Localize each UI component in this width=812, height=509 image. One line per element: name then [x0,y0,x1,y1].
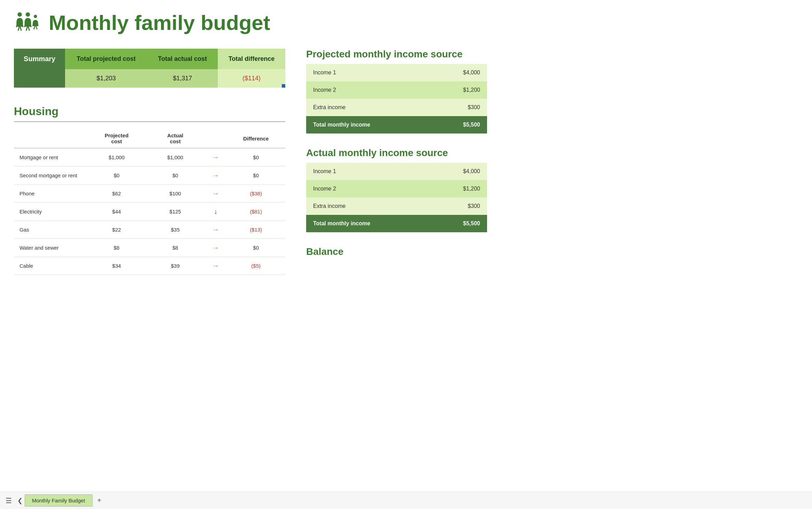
corner-indicator [282,84,285,88]
row-arrow: ↓ [205,203,226,221]
row-actual: $35 [146,221,205,239]
income-amount: $4,000 [432,163,487,180]
row-difference: $0 [226,148,285,167]
row-difference: $0 [226,239,285,257]
housing-row: Water and sewer $8 $8 → $0 [14,239,285,257]
summary-col1-value: $1,203 [65,69,147,88]
col-projected: Projectedcost [87,129,146,148]
row-actual: $8 [146,239,205,257]
balance-section: Balance [306,246,798,257]
row-difference: $0 [226,167,285,185]
summary-col3-header: Total difference [218,49,285,69]
projected-income-row: Income 2 $1,200 [306,81,487,99]
tab-menu-icon[interactable]: ☰ [6,496,12,505]
page-title: Monthly family budget [49,11,270,35]
housing-row: Cable $34 $39 → ($5) [14,257,285,275]
row-arrow: → [205,257,226,275]
row-name: Electricity [14,203,87,221]
income-amount: $1,200 [432,81,487,99]
row-actual: $0 [146,167,205,185]
page-header: Monthly family budget [14,10,798,35]
row-arrow: → [205,239,226,257]
housing-table: Projectedcost Actualcost Difference Mort… [14,129,285,275]
income-label: Extra income [306,99,432,116]
row-difference: ($5) [226,257,285,275]
svg-point-0 [17,12,22,16]
row-name: Mortgage or rent [14,148,87,167]
housing-title: Housing [14,105,285,118]
housing-section: Housing Projectedcost Actualcost Differe… [14,105,285,275]
row-name: Gas [14,221,87,239]
summary-col1-header: Total projected cost [65,49,147,69]
row-projected: $0 [87,167,146,185]
section-divider [14,121,285,122]
summary-col3-value: ($114) [218,69,285,88]
balance-title: Balance [306,246,798,257]
income-amount: $300 [432,197,487,215]
active-tab[interactable]: Monthly Family Budget [25,494,93,507]
content-layout: Summary Total projected cost Total actua… [14,49,798,275]
col-item [14,129,87,148]
housing-row: Gas $22 $35 → ($13) [14,221,285,239]
row-arrow: → [205,148,226,167]
projected-income-table: Income 1 $4,000 Income 2 $1,200 Extra in… [306,64,487,134]
projected-income-row: Income 1 $4,000 [306,64,487,81]
row-difference: ($13) [226,221,285,239]
col-actual: Actualcost [146,129,205,148]
summary-col2-value: $1,317 [147,69,218,88]
actual-income-table: Income 1 $4,000 Income 2 $1,200 Extra in… [306,163,487,232]
income-amount: $300 [432,99,487,116]
income-label: Income 1 [306,64,432,81]
row-actual: $1,000 [146,148,205,167]
summary-empty [14,69,65,88]
income-label: Income 1 [306,163,432,180]
actual-total-label: Total monthly income [306,215,432,232]
row-projected: $8 [87,239,146,257]
row-arrow: → [205,167,226,185]
row-arrow: → [205,185,226,203]
income-label: Income 2 [306,180,432,197]
income-label: Income 2 [306,81,432,99]
tab-bar: ☰ ❮ Monthly Family Budget + [0,492,812,509]
row-actual: $125 [146,203,205,221]
summary-col2-header: Total actual cost [147,49,218,69]
projected-income-row: Extra income $300 [306,99,487,116]
row-name: Phone [14,185,87,203]
actual-income-row: Extra income $300 [306,197,487,215]
actual-income-section: Actual monthly income source Income 1 $4… [306,147,798,232]
left-panel: Summary Total projected cost Total actua… [14,49,285,275]
actual-total-amount: $5,500 [432,215,487,232]
row-difference: ($38) [226,185,285,203]
col-arrow-header [205,129,226,148]
row-actual: $39 [146,257,205,275]
projected-total-amount: $5,500 [432,116,487,134]
row-name: Cable [14,257,87,275]
svg-point-5 [26,12,30,16]
row-actual: $100 [146,185,205,203]
housing-row: Mortgage or rent $1,000 $1,000 → $0 [14,148,285,167]
chevron-left-icon[interactable]: ❮ [17,497,23,504]
svg-point-10 [34,15,37,18]
projected-total-label: Total monthly income [306,116,432,134]
projected-income-title: Projected monthly income source [306,49,798,60]
row-projected: $22 [87,221,146,239]
row-projected: $62 [87,185,146,203]
main-content: Monthly family budget Summary Total proj… [0,0,812,492]
summary-table: Summary Total projected cost Total actua… [14,49,285,88]
add-tab-button[interactable]: + [94,495,105,506]
housing-row: Second mortgage or rent $0 $0 → $0 [14,167,285,185]
family-icon [14,10,42,35]
actual-income-row: Income 2 $1,200 [306,180,487,197]
income-amount: $4,000 [432,64,487,81]
row-difference: ($81) [226,203,285,221]
income-amount: $1,200 [432,180,487,197]
row-arrow: → [205,221,226,239]
row-projected: $44 [87,203,146,221]
actual-income-title: Actual monthly income source [306,147,798,159]
app-container: Monthly family budget Summary Total proj… [0,0,812,509]
housing-row: Phone $62 $100 → ($38) [14,185,285,203]
projected-income-section: Projected monthly income source Income 1… [306,49,798,134]
row-name: Second mortgage or rent [14,167,87,185]
income-label: Extra income [306,197,432,215]
row-name: Water and sewer [14,239,87,257]
